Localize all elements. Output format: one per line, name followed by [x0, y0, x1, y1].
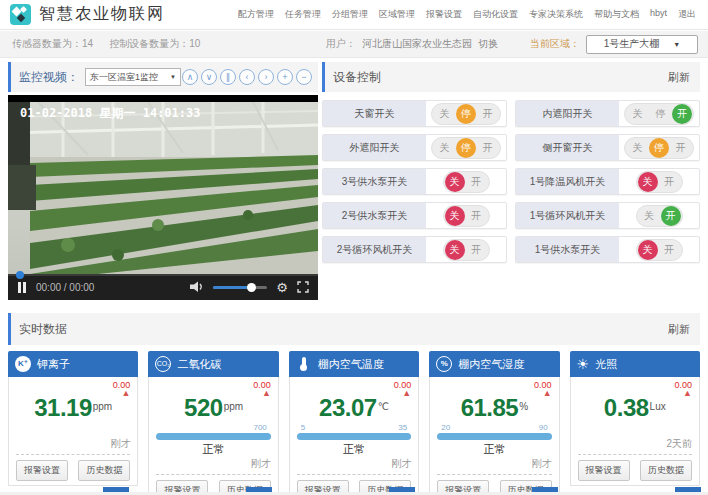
- camera-select[interactable]: 东一区温室1监控 ▼: [85, 68, 181, 86]
- ptz-up-button[interactable]: ∧: [182, 69, 198, 85]
- nav-item-3[interactable]: 分组管理: [332, 8, 368, 21]
- nav-item-2[interactable]: 任务管理: [285, 8, 321, 21]
- video-progress-handle[interactable]: [16, 271, 24, 279]
- sensor-updated-time: 刚才: [437, 457, 551, 471]
- ptz-down-button[interactable]: ∨: [201, 69, 217, 85]
- switch-option-开[interactable]: 开: [658, 240, 681, 260]
- switch-option-开[interactable]: 开: [661, 206, 681, 226]
- ptz-pause-button[interactable]: ∥: [220, 69, 236, 85]
- switch-option-停[interactable]: 停: [649, 138, 669, 158]
- device-switch-9[interactable]: 关开: [443, 239, 490, 261]
- switch-option-关[interactable]: 关: [626, 138, 649, 158]
- device-switch-2[interactable]: 关停开: [624, 103, 694, 125]
- sensor-card-body: 0.00▲520ppm700正常刚才报警设置历史数据: [148, 377, 278, 495]
- sensor-card-body: 0.00▲23.07℃535正常刚才报警设置历史数据: [289, 377, 419, 495]
- device-switch-1[interactable]: 关停开: [431, 103, 501, 125]
- region-select[interactable]: 1号生产大棚 ▼: [586, 35, 698, 54]
- sensor-value: 61.85: [461, 394, 519, 421]
- nav-item-10[interactable]: 退出: [678, 8, 696, 21]
- switch-option-关[interactable]: 关: [445, 240, 465, 260]
- device-panel-title: 设备控制: [333, 69, 381, 86]
- pause-button[interactable]: [18, 282, 26, 293]
- switch-option-关[interactable]: 关: [445, 206, 465, 226]
- switch-option-开[interactable]: 开: [476, 138, 499, 158]
- sensor-name: 棚内空气温度: [318, 357, 384, 372]
- device-count-label: 控制设备数量为：10: [109, 37, 200, 51]
- sensor-card-body: 0.00▲0.38Lux2天前报警设置历史数据: [570, 377, 700, 486]
- switch-user-link[interactable]: 切换: [478, 37, 498, 51]
- nav-item-8[interactable]: 帮助与文档: [594, 8, 639, 21]
- settings-gear-icon[interactable]: ⚙: [276, 281, 288, 294]
- switch-option-关[interactable]: 关: [638, 206, 661, 226]
- ptz-left-button[interactable]: ‹: [239, 69, 255, 85]
- nav-item-9[interactable]: hbyt: [650, 8, 667, 21]
- nav-item-6[interactable]: 自动化设置: [473, 8, 518, 21]
- switch-option-停[interactable]: 停: [456, 138, 476, 158]
- switch-option-关[interactable]: 关: [626, 104, 649, 124]
- device-row-7: 2号供水泵开关关开: [322, 202, 507, 229]
- nav-item-7[interactable]: 专家决策系统: [529, 8, 583, 21]
- switch-option-开[interactable]: 开: [672, 104, 692, 124]
- switch-option-关[interactable]: 关: [638, 172, 658, 192]
- switch-option-关[interactable]: 关: [638, 240, 658, 260]
- sensor-value: 520: [184, 394, 223, 421]
- device-label: 外遮阳开关: [323, 135, 426, 160]
- video-player[interactable]: 01-02-2018 星期一 14:01:33 00:00 / 00:00 ⚙: [8, 95, 318, 300]
- device-switch-6[interactable]: 关开: [636, 171, 683, 193]
- switch-option-关[interactable]: 关: [433, 138, 456, 158]
- switch-option-停[interactable]: 停: [649, 104, 672, 124]
- volume-icon[interactable]: [190, 281, 204, 293]
- device-label: 2号循环风机开关: [323, 237, 426, 262]
- switch-option-关[interactable]: 关: [433, 104, 456, 124]
- potassium-icon: K⁺: [15, 356, 31, 372]
- switch-option-开[interactable]: 开: [465, 206, 488, 226]
- sensor-card-header: 棚内空气温度: [289, 351, 419, 377]
- video-progress-bar[interactable]: [8, 274, 318, 276]
- device-switch-4[interactable]: 关停开: [624, 137, 694, 159]
- sensor-updated-time: 刚才: [16, 437, 130, 451]
- switch-option-开[interactable]: 开: [476, 104, 499, 124]
- realtime-refresh-link[interactable]: 刷新: [668, 322, 690, 337]
- device-switch-10[interactable]: 关开: [636, 239, 683, 261]
- volume-slider[interactable]: [213, 286, 267, 289]
- region-select-value: 1号生产大棚: [604, 37, 660, 51]
- sensor-value: 0.38: [604, 394, 649, 421]
- arrow-up-icon: ▲: [394, 390, 412, 397]
- device-switch-3[interactable]: 关停开: [431, 137, 501, 159]
- sensor-value-row: 61.85%: [437, 394, 551, 422]
- history-data-button[interactable]: 历史数据: [640, 460, 692, 481]
- device-grid: 天窗开关关停开内遮阳开关关停开外遮阳开关关停开侧开窗开关关停开3号供水泵开关关开…: [322, 100, 700, 263]
- nav-item-1[interactable]: 配方管理: [238, 8, 274, 21]
- sensor-name: 钾离子: [37, 357, 70, 372]
- device-switch-8[interactable]: 关开: [636, 205, 683, 227]
- arrow-up-icon: ▲: [674, 390, 692, 397]
- switch-option-停[interactable]: 停: [456, 104, 476, 124]
- alarm-settings-button[interactable]: 报警设置: [578, 460, 630, 481]
- sensor-status: 正常: [297, 442, 411, 457]
- switch-option-关[interactable]: 关: [445, 172, 465, 192]
- arrow-up-icon: ▲: [113, 390, 131, 397]
- greenhouse-video-frame: 01-02-2018 星期一 14:01:33: [8, 95, 318, 274]
- switch-option-开[interactable]: 开: [465, 172, 488, 192]
- arrow-up-icon: ▲: [253, 390, 271, 397]
- device-refresh-link[interactable]: 刷新: [668, 70, 690, 85]
- switch-option-开[interactable]: 开: [658, 172, 681, 192]
- alarm-settings-button[interactable]: 报警设置: [16, 460, 68, 481]
- device-switch-7[interactable]: 关开: [443, 205, 490, 227]
- switch-option-开[interactable]: 开: [465, 240, 488, 260]
- fullscreen-icon[interactable]: [297, 281, 309, 293]
- zoom-in-button[interactable]: +: [277, 69, 293, 85]
- volume-knob[interactable]: [247, 283, 256, 292]
- switch-option-开[interactable]: 开: [669, 138, 692, 158]
- history-data-button[interactable]: 历史数据: [78, 460, 130, 481]
- sensor-range: 535: [297, 423, 411, 440]
- realtime-panel-header: 实时数据 刷新: [8, 313, 700, 345]
- nav-item-5[interactable]: 报警设置: [426, 8, 462, 21]
- device-switch-5[interactable]: 关开: [443, 171, 490, 193]
- ptz-controls: ∧∨∥‹›+−: [182, 69, 312, 85]
- nav-item-4[interactable]: 区域管理: [379, 8, 415, 21]
- sensor-card-header: CO₂二氧化碳: [148, 351, 278, 377]
- ptz-right-button[interactable]: ›: [258, 69, 274, 85]
- sensor-card-buttons: 报警设置历史数据: [16, 454, 130, 481]
- zoom-out-button[interactable]: −: [296, 69, 312, 85]
